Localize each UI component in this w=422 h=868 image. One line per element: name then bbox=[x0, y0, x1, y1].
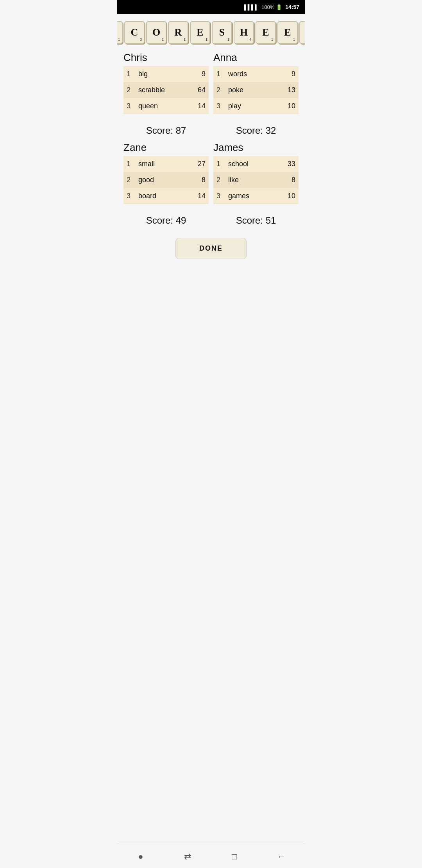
table-row: 1 big 9 bbox=[123, 66, 209, 82]
play-num: 3 bbox=[213, 98, 225, 114]
table-row: 2 like 8 bbox=[213, 172, 299, 188]
player-zane: Zane 1 small 27 2 good 8 3 board 14 bbox=[123, 142, 209, 204]
player-chris-table: 1 big 9 2 scrabble 64 3 queen 14 bbox=[123, 66, 209, 114]
play-score: 8 bbox=[274, 172, 299, 188]
title-tile: S1 bbox=[212, 21, 232, 44]
tile-points: 1 bbox=[206, 38, 207, 41]
tile-letter: C bbox=[131, 27, 138, 38]
player-james: James 1 school 33 2 like 8 3 games 10 bbox=[213, 142, 299, 204]
tile-letter: R bbox=[175, 27, 182, 38]
play-word: good bbox=[135, 172, 182, 188]
zane-total: Score: 49 bbox=[123, 215, 209, 226]
nav-back-icon[interactable]: ← bbox=[272, 849, 291, 864]
play-num: 1 bbox=[213, 156, 225, 172]
title-tile: E1 bbox=[190, 21, 210, 44]
tile-letter: S bbox=[219, 27, 225, 38]
play-word: words bbox=[225, 66, 272, 82]
player-zane-name: Zane bbox=[123, 142, 209, 154]
play-score: 9 bbox=[187, 66, 209, 82]
table-row: 1 small 27 bbox=[123, 156, 209, 172]
play-score: 8 bbox=[182, 172, 209, 188]
tile-points: 4 bbox=[249, 38, 251, 41]
status-bar: ▌▌▌▌ 100% 🔋 14:57 bbox=[117, 0, 305, 14]
james-total: Score: 51 bbox=[213, 215, 299, 226]
play-word: small bbox=[135, 156, 182, 172]
play-score: 13 bbox=[272, 82, 299, 98]
table-row: 2 good 8 bbox=[123, 172, 209, 188]
play-num: 2 bbox=[123, 172, 135, 188]
player-chris: Chris 1 big 9 2 scrabble 64 3 queen 14 bbox=[123, 52, 209, 114]
signal-icon: ▌▌▌▌ bbox=[244, 4, 258, 10]
done-area: DONE bbox=[123, 231, 299, 264]
title-tile: S1 bbox=[117, 21, 123, 44]
play-num: 3 bbox=[123, 98, 135, 114]
player-anna: Anna 1 words 9 2 poke 13 3 play 10 bbox=[213, 52, 299, 114]
chris-total: Score: 87 bbox=[123, 125, 209, 136]
title-tile: E1 bbox=[277, 21, 298, 44]
player-james-name: James bbox=[213, 142, 299, 154]
tile-points: 1 bbox=[118, 38, 120, 41]
table-row: 2 scrabble 64 bbox=[123, 82, 209, 98]
play-num: 2 bbox=[123, 82, 135, 98]
players-row-1: Chris 1 big 9 2 scrabble 64 3 queen 14 A… bbox=[123, 52, 299, 142]
table-row: 1 words 9 bbox=[213, 66, 299, 82]
play-score: 10 bbox=[272, 98, 299, 114]
title-tile: C3 bbox=[124, 21, 145, 44]
play-word: games bbox=[225, 188, 274, 204]
table-row: 3 queen 14 bbox=[123, 98, 209, 114]
play-num: 2 bbox=[213, 82, 225, 98]
play-score: 10 bbox=[274, 188, 299, 204]
nav-transfer-icon[interactable]: ⇄ bbox=[178, 849, 197, 864]
tile-letter: H bbox=[240, 27, 248, 38]
play-word: queen bbox=[135, 98, 187, 114]
play-score: 14 bbox=[182, 188, 209, 204]
play-word: big bbox=[135, 66, 187, 82]
table-row: 3 board 14 bbox=[123, 188, 209, 204]
play-word: school bbox=[225, 156, 274, 172]
title-tile: E1 bbox=[256, 21, 276, 44]
play-num: 3 bbox=[213, 188, 225, 204]
main-content: Chris 1 big 9 2 scrabble 64 3 queen 14 A… bbox=[117, 48, 305, 843]
play-word: poke bbox=[225, 82, 272, 98]
table-row: 3 play 10 bbox=[213, 98, 299, 114]
title-area: S1C3O1R1E1S1H4E1E1T1 bbox=[117, 14, 305, 48]
play-word: board bbox=[135, 188, 182, 204]
title-tile: H4 bbox=[234, 21, 254, 44]
nav-dot-icon[interactable]: ● bbox=[131, 849, 150, 864]
anna-total: Score: 32 bbox=[213, 125, 299, 136]
tile-points: 1 bbox=[162, 38, 164, 41]
table-row: 2 poke 13 bbox=[213, 82, 299, 98]
play-word: like bbox=[225, 172, 274, 188]
done-button[interactable]: DONE bbox=[175, 238, 247, 259]
play-num: 2 bbox=[213, 172, 225, 188]
play-num: 1 bbox=[123, 66, 135, 82]
tile-points: 1 bbox=[293, 38, 295, 41]
play-score: 14 bbox=[187, 98, 209, 114]
tile-letter: O bbox=[152, 27, 160, 38]
nav-square-icon[interactable]: □ bbox=[225, 849, 244, 864]
play-score: 27 bbox=[182, 156, 209, 172]
play-num: 1 bbox=[123, 156, 135, 172]
table-row: 3 games 10 bbox=[213, 188, 299, 204]
play-word: scrabble bbox=[135, 82, 187, 98]
player-james-table: 1 school 33 2 like 8 3 games 10 bbox=[213, 156, 299, 204]
title-tile: R1 bbox=[168, 21, 188, 44]
tile-letter: E bbox=[262, 27, 269, 38]
play-num: 1 bbox=[213, 66, 225, 82]
play-score: 64 bbox=[187, 82, 209, 98]
play-score: 9 bbox=[272, 66, 299, 82]
play-word: play bbox=[225, 98, 272, 114]
tile-letter: E bbox=[284, 27, 291, 38]
table-row: 1 school 33 bbox=[213, 156, 299, 172]
title-tile: T1 bbox=[299, 21, 305, 44]
battery-icon: 100% 🔋 bbox=[261, 4, 282, 10]
play-num: 3 bbox=[123, 188, 135, 204]
tile-points: 1 bbox=[271, 38, 273, 41]
players-row-2: Zane 1 small 27 2 good 8 3 board 14 Jame… bbox=[123, 142, 299, 231]
tile-points: 3 bbox=[140, 38, 142, 41]
bottom-nav: ● ⇄ □ ← bbox=[117, 843, 305, 868]
player-anna-name: Anna bbox=[213, 52, 299, 64]
scoresheet-title: S1C3O1R1E1S1H4E1E1T1 bbox=[117, 21, 305, 44]
player-chris-name: Chris bbox=[123, 52, 209, 64]
tile-letter: E bbox=[197, 27, 203, 38]
